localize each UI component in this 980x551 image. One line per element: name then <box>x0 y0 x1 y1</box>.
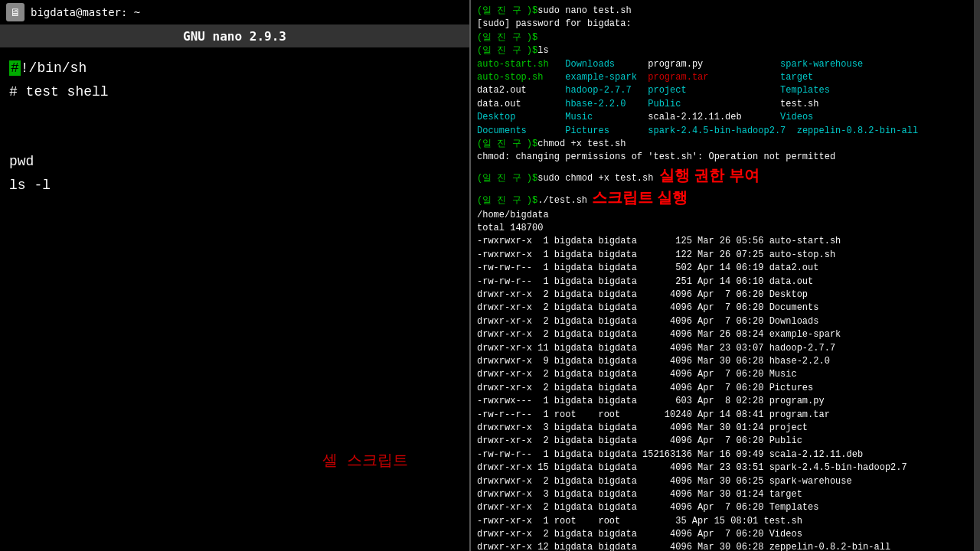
nano-shebang-line: #!/bin/sh <box>9 57 460 80</box>
file-documents: drwxr-xr-x 2 bigdata bigdata 4096 Apr 7 … <box>477 302 974 315</box>
file-testsh: -rwxr-xr-x 1 root root 35 Apr 15 08:01 t… <box>477 515 974 528</box>
file-auto-stop: -rwxrwxr-x 1 bigdata bigdata 122 Mar 26 … <box>477 249 974 262</box>
file-target: drwxrwxr-x 3 bigdata bigdata 4096 Mar 30… <box>477 488 974 501</box>
shebang-rest: !/bin/sh <box>21 60 87 76</box>
file-project: drwxrwxr-x 3 bigdata bigdata 4096 Mar 30… <box>477 422 974 435</box>
scrollbar[interactable] <box>974 0 980 551</box>
file-zeppelin: drwxr-xr-x 12 bigdata bigdata 4096 Mar 3… <box>477 541 974 551</box>
term-ls-line4: data.out hbase-2.2.0 Public test.sh <box>477 98 974 111</box>
nano-cmd-ls: ls -l <box>9 174 460 197</box>
term-ls-line3: data2.out hadoop-2.7.7 project Templates <box>477 84 974 97</box>
term-line-3: (일 진 구 )$ <box>477 31 974 44</box>
term-total: total 148700 <box>477 222 974 235</box>
file-scala: -rw-rw-r-- 1 bigdata bigdata 152163136 M… <box>477 448 974 461</box>
file-programpy: -rwxrwx--- 1 bigdata bigdata 603 Apr 8 0… <box>477 395 974 408</box>
file-templates: drwxr-xr-x 2 bigdata bigdata 4096 Apr 7 … <box>477 501 974 514</box>
nano-blank2 <box>9 127 460 151</box>
file-pictures: drwxr-xr-x 2 bigdata bigdata 4096 Apr 7 … <box>477 382 974 395</box>
file-auto-start: -rwxrwxr-x 1 bigdata bigdata 125 Mar 26 … <box>477 235 974 248</box>
file-music: drwxr-xr-x 2 bigdata bigdata 4096 Apr 7 … <box>477 368 974 381</box>
file-spark245: drwxr-xr-x 15 bigdata bigdata 4096 Mar 2… <box>477 461 974 474</box>
terminal-panel: (일 진 구 )$sudo nano test.sh [sudo] passwo… <box>471 0 980 551</box>
file-downloads: drwxr-xr-x 2 bigdata bigdata 4096 Apr 7 … <box>477 315 974 328</box>
nano-annotation-label: 셀 스크립트 <box>322 448 408 474</box>
nano-editor-panel: 🖥 bigdata@master: ~ GNU nano 2.9.3 #!/bi… <box>0 0 471 551</box>
nano-blank1 <box>9 103 460 127</box>
file-videos: drwxr-xr-x 2 bigdata bigdata 4096 Apr 7 … <box>477 528 974 541</box>
nano-cmd-pwd: pwd <box>9 150 460 174</box>
file-desktop: drwxr-xr-x 2 bigdata bigdata 4096 Apr 7 … <box>477 289 974 302</box>
file-public: drwxr-xr-x 2 bigdata bigdata 4096 Apr 7 … <box>477 435 974 448</box>
term-ls-line1: auto-start.sh Downloads program.py spark… <box>477 58 974 71</box>
nano-window-title: bigdata@master: ~ <box>31 6 140 18</box>
term-ls-line5: Desktop Music scala-2.12.11.deb Videos <box>477 111 974 124</box>
term-ls-line2: auto-stop.sh example-spark program.tar t… <box>477 71 974 84</box>
file-hbase: drwxrwxr-x 9 bigdata bigdata 4096 Mar 30… <box>477 355 974 368</box>
file-hadoop: drwxr-xr-x 11 bigdata bigdata 4096 Mar 2… <box>477 342 974 355</box>
shebang-hash: # <box>9 60 21 76</box>
term-ls-line6: Documents Pictures spark-2.4.5-bin-hadoo… <box>477 125 974 138</box>
term-homedir: /home/bigdata <box>477 209 974 222</box>
term-line-1: (일 진 구 )$sudo nano test.sh <box>477 5 974 18</box>
file-spark-wh: drwxrwxr-x 2 bigdata bigdata 4096 Mar 30… <box>477 475 974 488</box>
nano-comment-line: # test shell <box>9 80 460 104</box>
term-line-4: (일 진 구 )$ls <box>477 44 974 57</box>
term-chmod-err: chmod: changing permissions of 'test.sh'… <box>477 151 974 164</box>
file-data: -rw-rw-r-- 1 bigdata bigdata 251 Apr 14 … <box>477 276 974 289</box>
term-chmod-line: (일 진 구 )$chmod +x test.sh <box>477 138 974 151</box>
nano-content: #!/bin/sh # test shell pwd ls -l 셀 스크립트 <box>0 47 469 551</box>
nano-header: GNU nano 2.9.3 <box>0 25 469 47</box>
terminal-output: (일 진 구 )$sudo nano test.sh [sudo] passwo… <box>471 0 980 551</box>
file-data2: -rw-rw-r-- 1 bigdata bigdata 502 Apr 14 … <box>477 262 974 275</box>
term-run-script: (일 진 구 )$./test.sh 스크립트 실행 <box>477 187 974 209</box>
nano-titlebar: 🖥 bigdata@master: ~ <box>0 0 469 25</box>
terminal-icon: 🖥 <box>6 3 24 21</box>
file-example-spark: drwxr-xr-x 2 bigdata bigdata 4096 Mar 26… <box>477 328 974 341</box>
file-programtar: -rw-r--r-- 1 root root 10240 Apr 14 08:4… <box>477 409 974 422</box>
term-sudo-chmod: (일 진 구 )$sudo chmod +x test.sh 실행 권한 부여 <box>477 165 974 187</box>
term-line-2: [sudo] password for bigdata: <box>477 18 974 31</box>
